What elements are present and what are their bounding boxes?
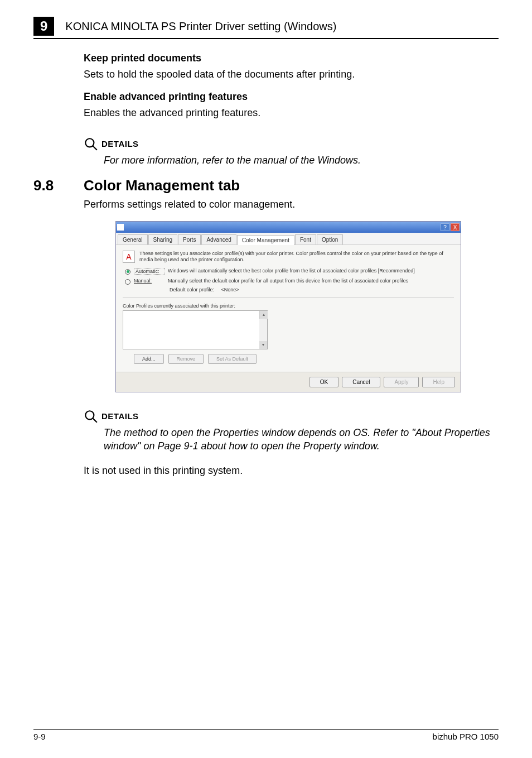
- radio-manual-label: Manual:: [134, 278, 165, 284]
- section-number: 9.8: [33, 177, 84, 194]
- magnifier-icon: [84, 137, 98, 151]
- text-keep-printed: Sets to hold the spooled data of the doc…: [84, 68, 493, 81]
- svg-line-3: [93, 418, 97, 423]
- listbox-scrollbar[interactable]: ▲ ▼: [259, 311, 267, 349]
- ok-button[interactable]: OK: [309, 377, 338, 387]
- tab-font[interactable]: Font: [295, 234, 316, 244]
- titlebar-close-button[interactable]: X: [451, 223, 460, 231]
- details-label-1: DETAILS: [101, 139, 139, 148]
- tab-body: A These settings let you associate color…: [116, 245, 461, 372]
- tab-ports[interactable]: Ports: [178, 234, 201, 244]
- details-label-2: DETAILS: [101, 411, 139, 421]
- details-block-1: DETAILS For more information, refer to t…: [84, 137, 493, 167]
- section-title: Color Management tab: [84, 177, 240, 194]
- details-text-2: The method to open the Properties window…: [104, 426, 493, 453]
- details-block-2: DETAILS The method to open the Propertie…: [84, 409, 493, 453]
- heading-keep-printed: Keep printed documents: [84, 52, 493, 64]
- svg-line-1: [93, 146, 97, 150]
- profiles-list-label: Color Profiles currently associated with…: [123, 303, 454, 309]
- dialog-titlebar: ? X: [116, 222, 461, 233]
- radio-manual-desc: Manually select the default color profil…: [168, 278, 454, 284]
- add-button[interactable]: Add...: [134, 354, 164, 364]
- details-text-1: For more information, refer to the manua…: [104, 153, 493, 167]
- apply-button[interactable]: Apply: [384, 377, 419, 387]
- window-icon: [117, 224, 124, 231]
- magnifier-icon: [84, 409, 98, 424]
- default-profile-row: Default color profile: <None>: [170, 287, 454, 292]
- remove-button[interactable]: Remove: [168, 354, 204, 364]
- scroll-down-icon[interactable]: ▼: [259, 341, 267, 349]
- header-title: KONICA MINOLTA PS Printer Driver setting…: [65, 20, 336, 33]
- dialog-intro-text: These settings let you associate color p…: [139, 251, 454, 263]
- tab-strip: General Sharing Ports Advanced Color Man…: [116, 233, 461, 245]
- radio-manual[interactable]: [125, 279, 130, 285]
- chapter-number: 9: [33, 17, 54, 36]
- default-profile-value: <None>: [221, 287, 239, 292]
- dialog-screenshot: ? X General Sharing Ports Advanced Color…: [115, 221, 461, 392]
- page-footer: 9-9 bizhub PRO 1050: [33, 729, 499, 741]
- svg-point-0: [85, 138, 94, 147]
- tab-sharing[interactable]: Sharing: [148, 234, 177, 244]
- svg-point-2: [85, 411, 94, 419]
- dialog-footer: OK Cancel Apply Help: [116, 372, 461, 392]
- scroll-up-icon[interactable]: ▲: [260, 311, 268, 319]
- heading-enable-advanced: Enable advanced printing features: [84, 91, 493, 103]
- profiles-listbox[interactable]: ▲ ▼: [123, 310, 268, 349]
- cancel-button[interactable]: Cancel: [342, 377, 380, 387]
- set-default-button[interactable]: Set As Default: [208, 354, 257, 364]
- product-name: bizhub PRO 1050: [433, 732, 499, 741]
- radio-automatic-label: Automatic:: [134, 268, 165, 275]
- color-icon: A: [123, 251, 135, 263]
- titlebar-help-button[interactable]: ?: [441, 223, 449, 231]
- tab-advanced[interactable]: Advanced: [201, 234, 236, 244]
- default-profile-label: Default color profile:: [170, 287, 214, 292]
- page-number: 9-9: [33, 732, 46, 741]
- radio-automatic[interactable]: [125, 269, 130, 275]
- section-heading-row: 9.8 Color Management tab: [33, 177, 493, 194]
- tab-general[interactable]: General: [118, 234, 148, 244]
- tab-color-management[interactable]: Color Management: [237, 235, 294, 245]
- tab-option[interactable]: Option: [317, 234, 343, 244]
- page-header: 9 KONICA MINOLTA PS Printer Driver setti…: [33, 17, 499, 39]
- text-enable-advanced: Enables the advanced printing features.: [84, 106, 493, 119]
- radio-automatic-desc: Windows will automatically select the be…: [168, 268, 454, 274]
- help-button[interactable]: Help: [422, 377, 455, 387]
- closing-text: It is not used in this printing system.: [84, 464, 493, 477]
- section-intro: Performs settings related to color manag…: [84, 198, 493, 211]
